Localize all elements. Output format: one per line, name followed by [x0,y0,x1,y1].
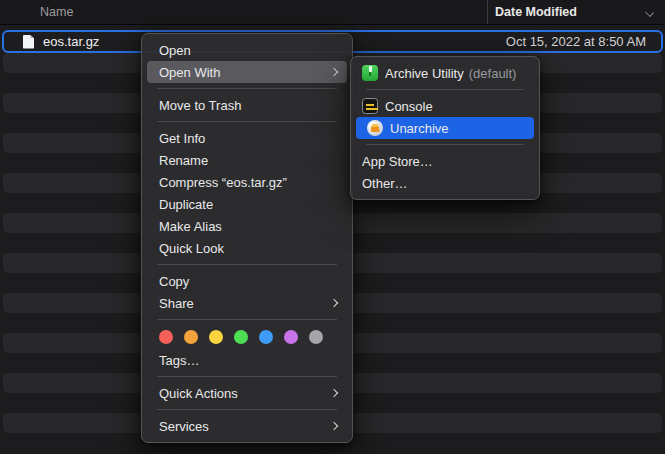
document-icon [23,35,34,49]
menu-item-open[interactable]: Open [142,39,352,61]
tag-color-dot[interactable] [184,330,198,344]
menu-item-make-alias[interactable]: Make Alias [142,215,352,237]
submenu-item-console[interactable]: Console [351,95,539,117]
menu-item-quick-actions[interactable]: Quick Actions [142,382,352,404]
menu-item-copy[interactable]: Copy [142,270,352,292]
file-name: eos.tar.gz [43,34,99,49]
chevron-right-icon [330,299,338,307]
menu-separator [157,409,337,410]
menu-item-get-info[interactable]: Get Info [142,127,352,149]
context-menu: Open Open With Move to Trash Get Info Re… [141,33,353,443]
menu-item-open-with[interactable]: Open With [147,61,347,83]
menu-item-compress[interactable]: Compress “eos.tar.gz” [142,171,352,193]
chevron-down-icon[interactable] [645,8,654,17]
unarchive-icon [367,120,383,136]
tag-color-dot[interactable] [284,330,298,344]
tag-color-dot[interactable] [309,330,323,344]
submenu-item-archive-utility[interactable]: Archive Utility (default) [351,62,539,84]
menu-separator [366,89,524,90]
menu-separator [157,319,337,320]
menu-separator [157,376,337,377]
file-date-modified: Oct 15, 2022 at 8:50 AM [506,34,646,49]
date-modified-label: Date Modified [495,5,577,19]
console-icon [362,98,378,114]
submenu-item-other[interactable]: Other… [351,172,539,194]
menu-separator [366,144,524,145]
tag-color-row [142,325,352,349]
column-header-name[interactable]: Name [0,5,487,19]
menu-separator [157,88,337,89]
submenu-item-unarchive[interactable]: Unarchive [356,117,534,139]
menu-item-quick-look[interactable]: Quick Look [142,237,352,259]
submenu-item-app-store[interactable]: App Store… [351,150,539,172]
menu-separator [157,264,337,265]
chevron-right-icon [330,68,338,76]
column-header-date-modified[interactable]: Date Modified [487,0,665,24]
chevron-right-icon [330,422,338,430]
tag-color-dot[interactable] [159,330,173,344]
menu-item-rename[interactable]: Rename [142,149,352,171]
tag-color-dot[interactable] [259,330,273,344]
tag-color-dot[interactable] [209,330,223,344]
default-app-label: (default) [469,66,517,81]
chevron-right-icon [330,389,338,397]
menu-item-tags[interactable]: Tags… [142,349,352,371]
menu-item-move-to-trash[interactable]: Move to Trash [142,94,352,116]
menu-item-services[interactable]: Services [142,415,352,437]
menu-separator [157,121,337,122]
menu-item-share[interactable]: Share [142,292,352,314]
open-with-submenu: Archive Utility (default) Console Unarch… [350,56,540,200]
list-header: Name Date Modified [0,0,665,25]
archive-utility-icon [362,65,378,81]
menu-item-duplicate[interactable]: Duplicate [142,193,352,215]
tag-color-dot[interactable] [234,330,248,344]
